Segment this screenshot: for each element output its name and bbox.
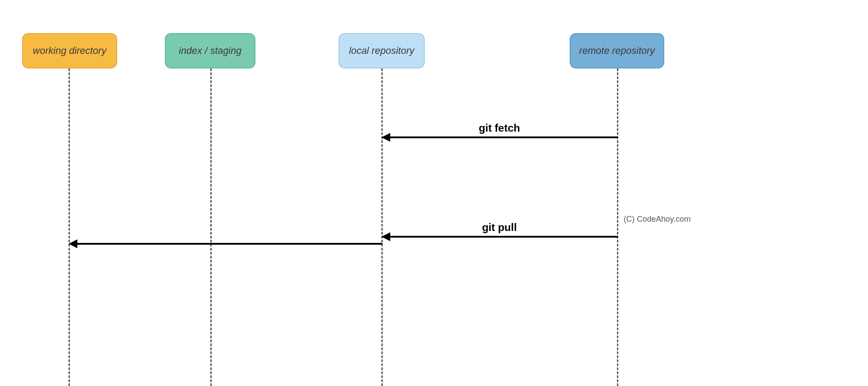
arrow-head-git-fetch <box>381 133 390 142</box>
lifeline-index-staging <box>210 68 212 386</box>
participant-remote-repository: remote repository <box>570 33 664 68</box>
arrow-git-pull-local-working <box>72 243 382 245</box>
arrow-git-pull-remote-local <box>385 236 618 238</box>
arrow-git-fetch <box>385 136 618 138</box>
git-sequence-diagram: working directory index / staging local … <box>0 0 868 386</box>
participant-label: remote repository <box>579 45 655 57</box>
participant-label: index / staging <box>179 45 242 57</box>
arrow-label-git-fetch: git fetch <box>455 122 544 134</box>
arrow-head-git-pull-remote-local <box>381 232 390 241</box>
lifeline-remote-repository <box>617 68 618 386</box>
participant-local-repository: local repository <box>339 33 425 68</box>
arrow-label-git-pull: git pull <box>455 221 544 234</box>
lifeline-local-repository <box>381 68 383 386</box>
participant-working-directory: working directory <box>22 33 117 68</box>
participant-index-staging: index / staging <box>165 33 255 68</box>
credit-text: (C) CodeAhoy.com <box>624 215 691 224</box>
participant-label: local repository <box>349 45 415 57</box>
participant-label: working directory <box>33 45 106 57</box>
lifeline-working-directory <box>69 68 70 386</box>
arrow-head-git-pull-local-working <box>69 239 77 248</box>
